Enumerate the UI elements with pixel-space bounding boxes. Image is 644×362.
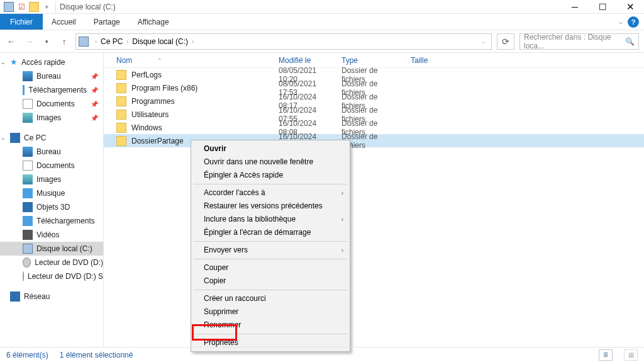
column-size[interactable]: Taille (398, 56, 436, 65)
expand-icon[interactable]: ⌄ (1, 59, 6, 65)
close-button[interactable]: ✕ (616, 0, 644, 14)
sidebar-item-label: Disque local (C:) (36, 244, 92, 253)
column-name[interactable]: Nom⌃ (104, 56, 266, 65)
chevron-right-icon[interactable]: › (188, 38, 197, 45)
network-icon (10, 291, 20, 302)
sidebar-item[interactable]: Téléchargements📌 (0, 83, 103, 97)
sidebar-item[interactable]: Bureau (0, 145, 103, 159)
status-count: 6 élément(s) (6, 351, 48, 359)
breadcrumb[interactable]: › Ce PC › Disque local (C:) › ⌵ (75, 33, 492, 50)
back-button[interactable]: ← (5, 37, 18, 47)
sidebar-item[interactable]: Images📌 (0, 111, 103, 125)
ribbon-expand-icon[interactable]: ⌵ (615, 14, 626, 30)
sidebar-item-label: Accès rapide (21, 58, 65, 67)
tab-share[interactable]: Partage (85, 14, 129, 30)
tab-file[interactable]: Fichier (0, 14, 43, 30)
file-name: PerfLogs (131, 71, 162, 79)
sidebar-quick-access[interactable]: ⌄ ★ Accès rapide (0, 55, 103, 69)
cm-pin-start[interactable]: Épingler à l'écran de démarrage (192, 226, 348, 239)
tab-home[interactable]: Accueil (43, 14, 85, 30)
star-icon: ★ (10, 58, 18, 67)
cm-open[interactable]: Ouvrir (192, 142, 348, 156)
help-icon[interactable]: ? (628, 16, 639, 28)
window-title: Disque local (C:) (60, 3, 116, 11)
sidebar-item-label: Documents (36, 99, 75, 108)
column-type[interactable]: Type (329, 56, 398, 65)
forward-button[interactable]: → (23, 37, 35, 47)
status-bar: 6 élément(s) 1 élément sélectionné ≣ ▦ (0, 347, 644, 362)
cm-copy[interactable]: Copier (192, 274, 348, 288)
separator (194, 334, 347, 334)
sidebar-item-icon (23, 244, 33, 254)
context-menu: Ouvrir Ouvrir dans une nouvelle fenêtre … (191, 140, 350, 352)
table-row[interactable]: DossierPartage16/10/2024 08:42Dossier de… (104, 134, 644, 147)
sidebar-item[interactable]: Disque local (C:) (0, 242, 103, 256)
sidebar-item-label: Musique (36, 189, 65, 198)
minimize-button[interactable]: ─ (561, 0, 589, 14)
cm-pin-quick[interactable]: Épingler à Accès rapide (192, 169, 348, 182)
file-list-pane: Nom⌃ Modifié le Type Taille PerfLogs08/0… (104, 53, 644, 347)
cm-open-new-window[interactable]: Ouvrir dans une nouvelle fenêtre (192, 156, 348, 169)
pin-icon: 📌 (91, 115, 98, 122)
cm-grant-access[interactable]: Accorder l'accès à› (192, 186, 348, 200)
sidebar-item-icon (23, 257, 31, 268)
sidebar-item[interactable]: Vidéos (0, 228, 103, 242)
cm-include-library[interactable]: Inclure dans la bibliothèque› (192, 213, 348, 226)
cm-send-to[interactable]: Envoyer vers› (192, 244, 348, 257)
sidebar-item[interactable]: Documents (0, 159, 103, 173)
sidebar-item[interactable]: Objets 3D (0, 200, 103, 214)
separator (194, 290, 347, 290)
folder-icon (116, 136, 126, 146)
view-details-button[interactable]: ≣ (599, 349, 613, 361)
separator (194, 184, 347, 184)
sidebar-item-label: Lecteur de DVD (D:) (35, 258, 103, 267)
sidebar-this-pc[interactable]: ⌄ Ce PC (0, 131, 103, 145)
chevron-right-icon[interactable]: › (91, 38, 101, 45)
sidebar-item[interactable]: Musique (0, 186, 103, 200)
cm-cut[interactable]: Couper (192, 261, 348, 274)
chevron-right-icon[interactable]: › (123, 38, 132, 45)
sidebar-item[interactable]: Images (0, 173, 103, 186)
sidebar-item-label: Documents (36, 161, 75, 170)
qat-properties-icon[interactable]: ☑ (16, 2, 26, 12)
sidebar-item-icon (23, 271, 24, 281)
separator (194, 259, 347, 259)
folder-icon (116, 96, 126, 106)
tab-view[interactable]: Affichage (129, 14, 178, 30)
sidebar-item[interactable]: Lecteur de DVD (D:) (0, 256, 103, 269)
sidebar-network[interactable]: › Réseau (0, 290, 103, 303)
sidebar-item-icon (23, 71, 33, 81)
sidebar-item-icon (23, 188, 33, 198)
chevron-right-icon: › (341, 244, 343, 257)
sidebar-item-icon (23, 216, 33, 226)
search-input[interactable]: Rechercher dans : Disque loca... 🔍 (519, 33, 639, 50)
recent-dropdown-icon[interactable]: ▾ (40, 38, 53, 45)
cm-create-shortcut[interactable]: Créer un raccourci (192, 292, 348, 305)
up-button[interactable]: ↑ (58, 37, 70, 47)
chevron-right-icon: › (341, 186, 343, 200)
file-name: Windows (131, 123, 162, 132)
view-large-button[interactable]: ▦ (624, 349, 638, 361)
sidebar-item-icon (23, 147, 33, 157)
refresh-button[interactable]: ⟳ (497, 33, 514, 50)
sidebar-item[interactable]: Bureau📌 (0, 69, 103, 83)
sidebar-item[interactable]: Téléchargements (0, 214, 103, 228)
sidebar-item-label: Images (36, 175, 61, 184)
qat-dropdown-icon[interactable]: ▾ (42, 2, 52, 12)
sidebar-item[interactable]: Lecteur de DVD (D:) S (0, 269, 103, 283)
sidebar-item-icon (23, 99, 33, 109)
expand-icon[interactable]: ⌄ (1, 135, 6, 141)
breadcrumb-pc[interactable]: Ce PC (101, 37, 123, 46)
cm-restore-versions[interactable]: Restaurer les versions précédentes (192, 200, 348, 213)
folder-icon (29, 2, 39, 12)
column-date[interactable]: Modifié le (266, 56, 329, 65)
cm-rename[interactable]: Renommer (192, 319, 348, 332)
cm-delete[interactable]: Supprimer (192, 305, 348, 319)
sidebar-item[interactable]: Documents📌 (0, 97, 103, 111)
breadcrumb-drive[interactable]: Disque local (C:) (132, 37, 188, 46)
pin-icon: 📌 (91, 101, 98, 108)
address-dropdown-icon[interactable]: ⌵ (478, 38, 489, 45)
maximize-button[interactable]: ☐ (589, 0, 616, 14)
explorer-icon (4, 2, 14, 12)
sidebar-item-label: Réseau (24, 292, 50, 301)
